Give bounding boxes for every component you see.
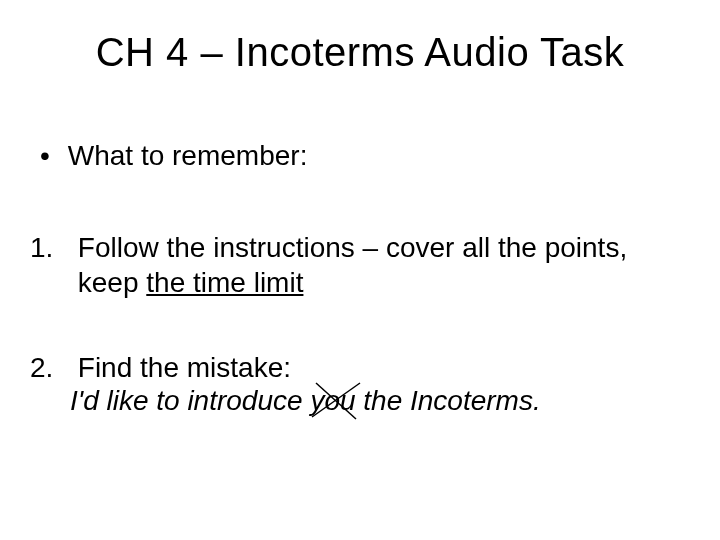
struck-word: you xyxy=(310,385,355,416)
bullet-dot: • xyxy=(30,140,60,172)
list-item-2: 2. Find the mistake: xyxy=(30,350,680,385)
list-body: Follow the instructions – cover all the … xyxy=(78,230,638,300)
underlined-phrase: the time limit xyxy=(146,267,303,298)
bullet-item: • What to remember: xyxy=(30,140,680,172)
slide-title: CH 4 – Incoterms Audio Task xyxy=(0,30,720,75)
list-marker: 1. xyxy=(30,230,70,265)
bullet-text: What to remember: xyxy=(68,140,308,172)
list-item-1: 1. Follow the instructions – cover all t… xyxy=(30,230,680,300)
struck-word-wrap: you xyxy=(310,385,355,417)
mistake-post: the Incoterms. xyxy=(356,385,541,416)
slide: CH 4 – Incoterms Audio Task • What to re… xyxy=(0,0,720,540)
mistake-pre: I'd like to introduce xyxy=(70,385,310,416)
mistake-line: I'd like to introduce you the Incoterms. xyxy=(70,385,630,417)
list-marker: 2. xyxy=(30,350,70,385)
list-body: Find the mistake: xyxy=(78,350,638,385)
